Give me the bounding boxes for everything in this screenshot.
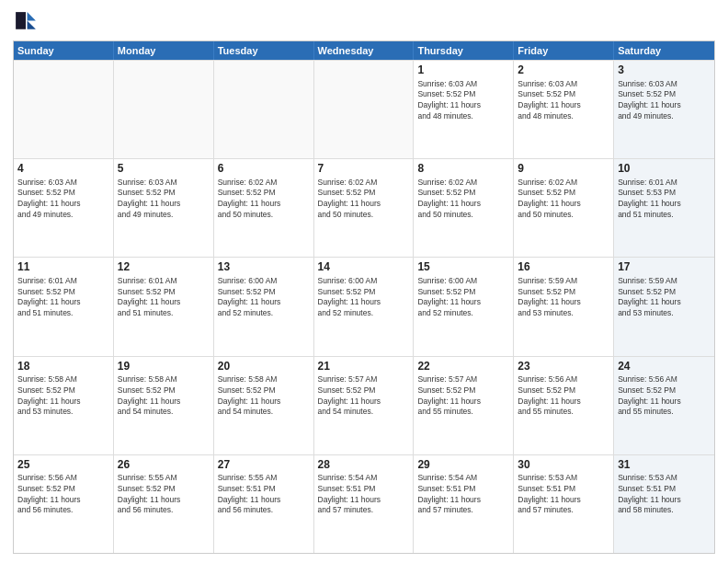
calendar-week: 11Sunrise: 6:01 AMSunset: 5:52 PMDayligh…: [14, 257, 714, 355]
day-number: 2: [518, 63, 609, 78]
cell-text: Sunrise: 6:00 AMSunset: 5:52 PMDaylight:…: [218, 276, 281, 317]
logo: [13, 9, 42, 35]
calendar-cell: 11Sunrise: 6:01 AMSunset: 5:52 PMDayligh…: [14, 258, 114, 355]
day-number: 24: [618, 360, 711, 374]
calendar-day-header: Friday: [514, 41, 614, 60]
cell-text: Sunrise: 6:02 AMSunset: 5:52 PMDaylight:…: [518, 178, 581, 219]
calendar-day-header: Tuesday: [214, 41, 314, 60]
day-number: 10: [618, 162, 711, 177]
cell-text: Sunrise: 6:03 AMSunset: 5:52 PMDaylight:…: [518, 79, 581, 121]
day-number: 23: [518, 360, 609, 374]
calendar-cell: 28Sunrise: 5:54 AMSunset: 5:51 PMDayligh…: [314, 455, 415, 553]
day-number: 30: [518, 458, 609, 473]
cell-text: Sunrise: 5:54 AMSunset: 5:51 PMDaylight:…: [318, 473, 381, 514]
calendar-cell: 6Sunrise: 6:02 AMSunset: 5:52 PMDaylight…: [214, 159, 314, 257]
calendar-cell: 5Sunrise: 6:03 AMSunset: 5:52 PMDaylight…: [114, 159, 214, 257]
cell-text: Sunrise: 5:58 AMSunset: 5:52 PMDaylight:…: [17, 374, 81, 416]
logo-icon: [13, 9, 39, 35]
cell-text: Sunrise: 5:56 AMSunset: 5:52 PMDaylight:…: [17, 473, 81, 514]
calendar-cell: 12Sunrise: 6:01 AMSunset: 5:52 PMDayligh…: [114, 258, 214, 355]
calendar-cell: 27Sunrise: 5:55 AMSunset: 5:51 PMDayligh…: [214, 455, 314, 553]
page: SundayMondayTuesdayWednesdayThursdayFrid…: [0, 0, 728, 563]
day-number: 13: [218, 260, 310, 275]
svg-rect-3: [16, 12, 26, 29]
calendar-cell: 10Sunrise: 6:01 AMSunset: 5:53 PMDayligh…: [614, 159, 714, 257]
cell-text: Sunrise: 6:03 AMSunset: 5:52 PMDaylight:…: [118, 178, 181, 219]
day-number: 4: [17, 162, 109, 177]
calendar-cell: 21Sunrise: 5:57 AMSunset: 5:52 PMDayligh…: [314, 357, 415, 454]
calendar-cell: 4Sunrise: 6:03 AMSunset: 5:52 PMDaylight…: [14, 159, 114, 257]
calendar-cell: [14, 61, 114, 158]
calendar-cell: 13Sunrise: 6:00 AMSunset: 5:52 PMDayligh…: [214, 258, 314, 355]
calendar-cell: 16Sunrise: 5:59 AMSunset: 5:52 PMDayligh…: [514, 258, 614, 355]
calendar-cell: 8Sunrise: 6:02 AMSunset: 5:52 PMDaylight…: [414, 159, 514, 257]
calendar-cell: 14Sunrise: 6:00 AMSunset: 5:52 PMDayligh…: [314, 258, 415, 355]
cell-text: Sunrise: 5:58 AMSunset: 5:52 PMDaylight:…: [218, 374, 281, 416]
calendar-cell: 1Sunrise: 6:03 AMSunset: 5:52 PMDaylight…: [414, 61, 514, 158]
day-number: 27: [218, 458, 310, 473]
calendar-cell: 3Sunrise: 6:03 AMSunset: 5:52 PMDaylight…: [614, 61, 714, 158]
cell-text: Sunrise: 5:53 AMSunset: 5:51 PMDaylight:…: [618, 473, 681, 514]
day-number: 18: [17, 360, 109, 374]
day-number: 25: [17, 458, 109, 473]
cell-text: Sunrise: 5:55 AMSunset: 5:51 PMDaylight:…: [218, 473, 281, 514]
calendar-cell: 7Sunrise: 6:02 AMSunset: 5:52 PMDaylight…: [314, 159, 415, 257]
cell-text: Sunrise: 6:00 AMSunset: 5:52 PMDaylight:…: [417, 276, 481, 317]
calendar-day-header: Thursday: [414, 41, 514, 60]
cell-text: Sunrise: 5:59 AMSunset: 5:52 PMDaylight:…: [618, 276, 681, 317]
calendar-cell: 25Sunrise: 5:56 AMSunset: 5:52 PMDayligh…: [14, 455, 114, 553]
cell-text: Sunrise: 5:58 AMSunset: 5:52 PMDaylight:…: [118, 374, 181, 416]
cell-text: Sunrise: 6:03 AMSunset: 5:52 PMDaylight:…: [17, 178, 81, 219]
cell-text: Sunrise: 5:54 AMSunset: 5:51 PMDaylight:…: [417, 473, 481, 514]
calendar-cell: 22Sunrise: 5:57 AMSunset: 5:52 PMDayligh…: [414, 357, 514, 454]
calendar-day-header: Monday: [114, 41, 214, 60]
calendar-header: SundayMondayTuesdayWednesdayThursdayFrid…: [14, 41, 714, 60]
day-number: 15: [417, 260, 509, 275]
calendar-week: 25Sunrise: 5:56 AMSunset: 5:52 PMDayligh…: [14, 454, 714, 553]
day-number: 19: [118, 360, 210, 374]
day-number: 11: [17, 260, 109, 275]
day-number: 22: [417, 360, 509, 374]
cell-text: Sunrise: 6:00 AMSunset: 5:52 PMDaylight:…: [318, 276, 381, 317]
calendar-cell: [114, 61, 214, 158]
day-number: 26: [118, 458, 210, 473]
day-number: 28: [318, 458, 410, 473]
calendar-cell: 29Sunrise: 5:54 AMSunset: 5:51 PMDayligh…: [414, 455, 514, 553]
day-number: 6: [218, 162, 310, 177]
calendar: SundayMondayTuesdayWednesdayThursdayFrid…: [13, 40, 715, 554]
day-number: 1: [417, 63, 509, 78]
day-number: 20: [218, 360, 310, 374]
calendar-day-header: Sunday: [14, 41, 114, 60]
cell-text: Sunrise: 5:57 AMSunset: 5:52 PMDaylight:…: [318, 374, 381, 416]
cell-text: Sunrise: 6:01 AMSunset: 5:53 PMDaylight:…: [618, 178, 681, 219]
calendar-cell: 26Sunrise: 5:55 AMSunset: 5:52 PMDayligh…: [114, 455, 214, 553]
calendar-cell: [214, 61, 314, 158]
header: [13, 9, 715, 35]
calendar-cell: 31Sunrise: 5:53 AMSunset: 5:51 PMDayligh…: [614, 455, 714, 553]
day-number: 16: [518, 260, 609, 275]
cell-text: Sunrise: 5:55 AMSunset: 5:52 PMDaylight:…: [118, 473, 181, 514]
day-number: 7: [318, 162, 410, 177]
calendar-cell: 20Sunrise: 5:58 AMSunset: 5:52 PMDayligh…: [214, 357, 314, 454]
day-number: 29: [417, 458, 509, 473]
calendar-cell: 2Sunrise: 6:03 AMSunset: 5:52 PMDaylight…: [514, 61, 614, 158]
day-number: 12: [118, 260, 210, 275]
day-number: 9: [518, 162, 609, 177]
calendar-cell: 19Sunrise: 5:58 AMSunset: 5:52 PMDayligh…: [114, 357, 214, 454]
calendar-day-header: Saturday: [614, 41, 714, 60]
calendar-week: 1Sunrise: 6:03 AMSunset: 5:52 PMDaylight…: [14, 60, 714, 158]
day-number: 8: [417, 162, 509, 177]
calendar-cell: 30Sunrise: 5:53 AMSunset: 5:51 PMDayligh…: [514, 455, 614, 553]
calendar-cell: 15Sunrise: 6:00 AMSunset: 5:52 PMDayligh…: [414, 258, 514, 355]
cell-text: Sunrise: 6:03 AMSunset: 5:52 PMDaylight:…: [618, 79, 681, 121]
cell-text: Sunrise: 6:02 AMSunset: 5:52 PMDaylight:…: [218, 178, 281, 219]
cell-text: Sunrise: 5:56 AMSunset: 5:52 PMDaylight:…: [618, 374, 681, 416]
day-number: 31: [618, 458, 711, 473]
cell-text: Sunrise: 6:01 AMSunset: 5:52 PMDaylight:…: [118, 276, 181, 317]
cell-text: Sunrise: 6:01 AMSunset: 5:52 PMDaylight:…: [17, 276, 81, 317]
calendar-body: 1Sunrise: 6:03 AMSunset: 5:52 PMDaylight…: [14, 60, 714, 553]
day-number: 5: [118, 162, 210, 177]
cell-text: Sunrise: 5:57 AMSunset: 5:52 PMDaylight:…: [417, 374, 481, 416]
cell-text: Sunrise: 6:03 AMSunset: 5:52 PMDaylight:…: [417, 79, 481, 121]
calendar-cell: 9Sunrise: 6:02 AMSunset: 5:52 PMDaylight…: [514, 159, 614, 257]
